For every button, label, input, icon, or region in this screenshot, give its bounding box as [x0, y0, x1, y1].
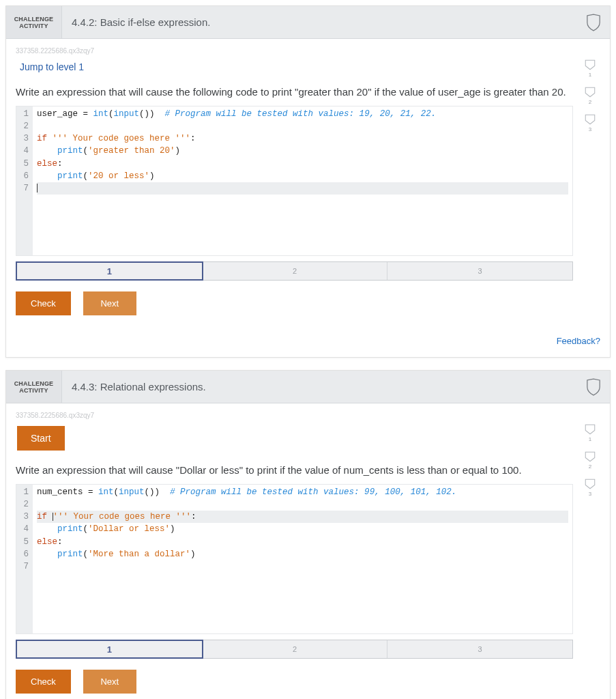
jump-to-level-link[interactable]: Jump to level 1 — [20, 61, 573, 72]
feedback-link[interactable]: Feedback? — [16, 336, 600, 346]
prompt-text: Write an expression that will cause "Dol… — [16, 463, 573, 477]
check-button[interactable]: Check — [16, 670, 71, 694]
level-marker-3[interactable]: 3 — [584, 113, 596, 132]
activity-header: CHALLENGEACTIVITY4.4.2: Basic if-else ex… — [6, 6, 610, 39]
code-line[interactable]: if ''' Your code goes here ''': — [37, 132, 568, 145]
code-line[interactable] — [37, 560, 568, 573]
code-line[interactable] — [37, 182, 568, 195]
button-row: CheckNext — [16, 291, 573, 315]
bookmark-icon[interactable] — [577, 371, 610, 403]
code-line[interactable] — [37, 498, 568, 511]
code-line[interactable]: if ''' Your code goes here ''': — [37, 511, 568, 523]
level-marker-num: 1 — [589, 72, 591, 78]
activity-badge: CHALLENGEACTIVITY — [6, 6, 62, 38]
activity-header: CHALLENGEACTIVITY4.4.3: Relational expre… — [6, 371, 610, 403]
code-line[interactable]: print('More than a dollar') — [37, 548, 568, 560]
activity-hash: 337358.2225686.qx3zqy7 — [16, 47, 600, 55]
code-line[interactable] — [37, 120, 568, 132]
activity-body: 337358.2225686.qx3zqy7Jump to level 1Wri… — [6, 39, 610, 357]
code-lines[interactable]: num_cents = int(input()) # Program will … — [33, 485, 572, 633]
level-marker-num: 2 — [589, 463, 591, 470]
code-line[interactable]: else: — [37, 158, 568, 170]
code-editor[interactable]: 1234567user_age = int(input()) # Program… — [16, 106, 573, 256]
next-button[interactable]: Next — [83, 670, 136, 694]
level-marker-num: 3 — [589, 491, 591, 497]
level-marker-1[interactable]: 1 — [584, 59, 596, 78]
step-tab-3[interactable]: 3 — [387, 640, 572, 658]
level-marker-num: 2 — [589, 99, 591, 105]
code-line[interactable]: print('Dollar or less') — [37, 523, 568, 535]
level-marker-num: 1 — [589, 436, 591, 442]
button-row: CheckNext — [16, 670, 573, 694]
level-sidebar: 123 — [580, 423, 600, 694]
code-line[interactable]: else: — [37, 536, 568, 548]
step-tab-1[interactable]: 1 — [16, 261, 203, 281]
level-sidebar: 123 — [580, 59, 600, 315]
level-marker-2[interactable]: 2 — [584, 86, 596, 105]
code-gutter: 1234567 — [16, 485, 33, 633]
bookmark-icon[interactable] — [577, 6, 610, 38]
level-marker-num: 3 — [589, 126, 591, 132]
activity-badge: CHALLENGEACTIVITY — [6, 371, 62, 403]
step-tab-2[interactable]: 2 — [203, 262, 388, 280]
challenge-activity: CHALLENGEACTIVITY4.4.2: Basic if-else ex… — [5, 5, 611, 358]
code-line[interactable]: print('20 or less') — [37, 170, 568, 182]
step-tab-3[interactable]: 3 — [387, 262, 572, 280]
code-line[interactable]: user_age = int(input()) # Program will b… — [37, 108, 568, 120]
activity-title: 4.4.2: Basic if-else expression. — [62, 6, 577, 38]
prompt-text: Write an expression that will cause the … — [16, 85, 573, 99]
code-gutter: 1234567 — [16, 106, 33, 255]
activity-body: 337358.2225686.qx3zqy7StartWrite an expr… — [6, 403, 610, 699]
code-editor[interactable]: 1234567num_cents = int(input()) # Progra… — [16, 484, 573, 634]
check-button[interactable]: Check — [16, 291, 71, 315]
activity-hash: 337358.2225686.qx3zqy7 — [16, 412, 600, 419]
level-marker-3[interactable]: 3 — [584, 478, 596, 497]
step-tabs: 123 — [16, 261, 573, 281]
challenge-activity: CHALLENGEACTIVITY4.4.3: Relational expre… — [5, 370, 611, 699]
start-button[interactable]: Start — [17, 426, 65, 451]
code-line[interactable]: num_cents = int(input()) # Program will … — [37, 486, 568, 498]
activity-title: 4.4.3: Relational expressions. — [62, 371, 577, 403]
code-lines[interactable]: user_age = int(input()) # Program will b… — [33, 106, 572, 255]
code-line[interactable]: print('greater than 20') — [37, 145, 568, 157]
level-marker-2[interactable]: 2 — [584, 451, 596, 470]
level-marker-1[interactable]: 1 — [584, 423, 596, 442]
step-tab-1[interactable]: 1 — [16, 640, 203, 659]
next-button[interactable]: Next — [83, 291, 136, 315]
step-tab-2[interactable]: 2 — [203, 640, 388, 658]
step-tabs: 123 — [16, 640, 573, 659]
